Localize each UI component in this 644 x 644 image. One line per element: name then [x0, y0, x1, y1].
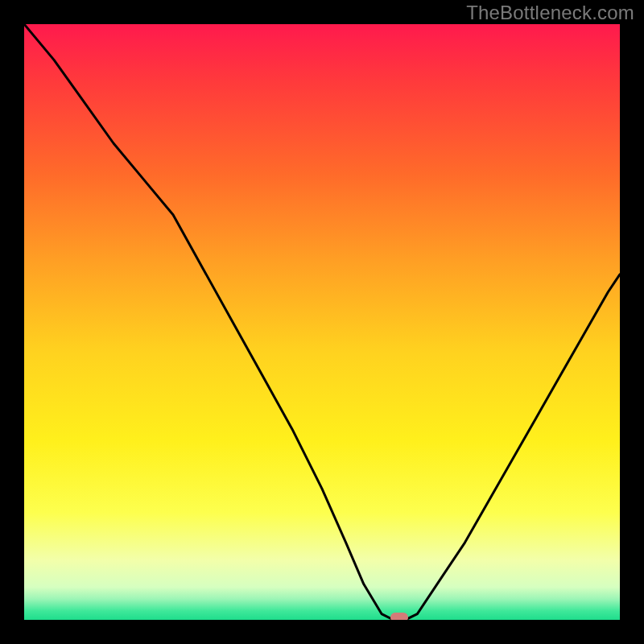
plot-area	[24, 24, 620, 620]
watermark-label: TheBottleneck.com	[466, 2, 634, 24]
bottleneck-curve	[24, 24, 620, 620]
chart-frame: TheBottleneck.com	[0, 0, 644, 644]
optimal-marker	[390, 613, 408, 620]
curve-path	[24, 24, 620, 620]
